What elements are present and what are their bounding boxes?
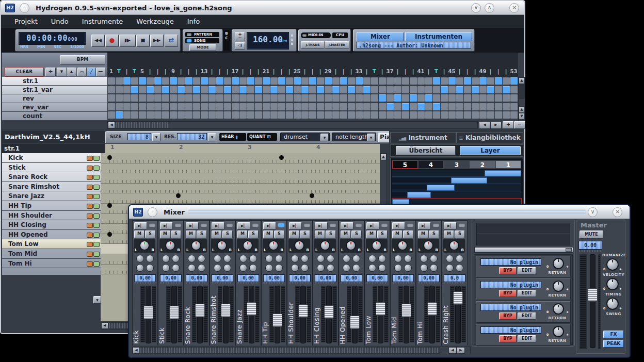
timeline-col-8[interactable]: | bbox=[162, 67, 169, 76]
channel-play-button[interactable]: ▶▏ bbox=[160, 222, 173, 229]
layer-row-2[interactable] bbox=[392, 177, 521, 184]
pattern-ruler[interactable]: 1 2 3 4 bbox=[105, 144, 380, 154]
fx-send-knob-4[interactable] bbox=[275, 264, 283, 272]
song-cell[interactable] bbox=[139, 94, 146, 102]
channel-play-button[interactable]: ▶▏ bbox=[186, 222, 199, 229]
solo-toggle[interactable] bbox=[93, 252, 100, 257]
song-cell[interactable] bbox=[239, 94, 247, 102]
fx-send-knob-2[interactable] bbox=[275, 255, 283, 262]
mute-toggle[interactable] bbox=[87, 194, 93, 199]
song-cell[interactable] bbox=[286, 103, 293, 110]
song-timeline-header[interactable]: 1T|T5|||9|||13|||17|||21|||25|||29|||33|… bbox=[107, 53, 518, 77]
song-cell[interactable] bbox=[232, 103, 239, 110]
zoom-in-button[interactable]: + bbox=[503, 121, 514, 129]
song-cell[interactable] bbox=[487, 111, 494, 119]
song-cell[interactable] bbox=[139, 103, 146, 110]
pan-knob[interactable] bbox=[294, 240, 304, 251]
pan-knob[interactable] bbox=[449, 240, 459, 251]
song-cell[interactable] bbox=[208, 77, 216, 85]
fx-send-knob-1[interactable] bbox=[265, 255, 273, 262]
channel-fader-handle[interactable] bbox=[247, 302, 256, 316]
song-cell[interactable] bbox=[278, 111, 285, 119]
song-cell[interactable] bbox=[402, 86, 409, 93]
song-cell[interactable] bbox=[356, 77, 363, 85]
fx-send-knob-2[interactable] bbox=[198, 255, 205, 262]
fx-send-knob-4[interactable] bbox=[430, 264, 438, 272]
song-cell[interactable] bbox=[224, 86, 231, 93]
song-cell[interactable] bbox=[208, 111, 216, 119]
fx-send-knob-1[interactable] bbox=[214, 255, 221, 262]
song-cell[interactable] bbox=[170, 77, 177, 85]
song-cell[interactable] bbox=[417, 103, 425, 110]
scroll-left-icon[interactable]: ◀ bbox=[448, 347, 457, 354]
song-cell[interactable] bbox=[294, 77, 301, 85]
song-cell[interactable] bbox=[317, 111, 324, 119]
pan-knob[interactable] bbox=[139, 240, 150, 251]
song-cell[interactable] bbox=[402, 103, 409, 110]
timeline-col-50[interactable]: | bbox=[487, 67, 494, 76]
song-cell[interactable] bbox=[495, 77, 502, 85]
timeline-col-16[interactable]: | bbox=[223, 67, 231, 76]
song-cell[interactable] bbox=[456, 86, 463, 93]
timeline-col-29[interactable]: 29 bbox=[324, 67, 332, 76]
song-cell[interactable] bbox=[332, 94, 340, 102]
instrument-row-hh-opened[interactable]: HH Opened bbox=[2, 230, 101, 240]
layer-velocity-bar[interactable] bbox=[485, 170, 521, 176]
song-cell[interactable] bbox=[371, 77, 378, 85]
song-cell[interactable] bbox=[193, 94, 200, 102]
song-cell[interactable] bbox=[456, 103, 463, 110]
layer-velocity-bar[interactable] bbox=[427, 185, 455, 191]
pan-knob[interactable] bbox=[423, 240, 433, 251]
song-cell[interactable] bbox=[224, 103, 231, 110]
song-cell[interactable] bbox=[340, 86, 347, 93]
song-cell[interactable] bbox=[247, 86, 254, 93]
fx-send-knob-3[interactable] bbox=[136, 264, 144, 272]
channel-play-button[interactable]: ▶▏ bbox=[263, 222, 276, 229]
song-cell[interactable] bbox=[472, 86, 479, 93]
song-cell[interactable] bbox=[185, 103, 192, 110]
play-pause-button[interactable]: ▮▶ bbox=[119, 35, 136, 47]
fx-send-knob-2[interactable] bbox=[223, 255, 231, 262]
song-cell[interactable] bbox=[464, 77, 471, 85]
song-cell[interactable] bbox=[255, 103, 262, 110]
channel-solo-button[interactable]: S bbox=[403, 231, 413, 238]
loop-button[interactable]: ⇄ bbox=[165, 35, 178, 47]
fx-return-knob[interactable] bbox=[553, 258, 564, 269]
main-titlebar[interactable]: H2 ◦ Hydrogen 0.9.5-svn-exported - love_… bbox=[1, 1, 524, 15]
song-cell[interactable] bbox=[472, 94, 479, 102]
song-cell[interactable] bbox=[503, 103, 510, 110]
pan-knob[interactable] bbox=[346, 240, 356, 251]
channel-fader-handle[interactable] bbox=[401, 304, 411, 317]
scroll-left-icon[interactable]: ◀ bbox=[108, 122, 115, 128]
timeline-col-36[interactable]: | bbox=[378, 67, 386, 76]
fx-send-knob-1[interactable] bbox=[291, 255, 299, 262]
song-cell[interactable] bbox=[464, 94, 471, 102]
song-cell[interactable] bbox=[387, 86, 394, 93]
song-cell[interactable] bbox=[108, 86, 115, 93]
song-cell[interactable] bbox=[325, 94, 332, 102]
timeline-col-2[interactable]: T bbox=[115, 67, 123, 76]
song-cell[interactable] bbox=[178, 86, 185, 93]
song-cell[interactable] bbox=[247, 77, 254, 85]
song-cell[interactable] bbox=[363, 77, 371, 85]
song-cell[interactable] bbox=[417, 94, 425, 102]
song-cell[interactable] bbox=[170, 86, 177, 93]
fx-send-knob-3[interactable] bbox=[446, 264, 454, 272]
timeline-col-31[interactable]: | bbox=[340, 67, 347, 76]
song-cell[interactable] bbox=[503, 94, 510, 102]
song-cell[interactable] bbox=[154, 86, 162, 93]
channel-fader-handle[interactable] bbox=[376, 302, 385, 316]
song-cell[interactable] bbox=[201, 111, 208, 119]
pattern-grid-row-kick[interactable] bbox=[101, 153, 380, 163]
channel-mute-button[interactable]: M bbox=[315, 231, 325, 238]
pattern-mode-row[interactable]: PATTERN bbox=[185, 32, 219, 37]
song-cell[interactable] bbox=[193, 86, 200, 93]
fx-send-knob-2[interactable] bbox=[378, 255, 386, 262]
song-cell[interactable] bbox=[278, 103, 285, 110]
timeline-col-11[interactable]: | bbox=[185, 67, 192, 76]
timeline-col-19[interactable]: | bbox=[247, 67, 254, 76]
song-cell[interactable] bbox=[510, 94, 518, 102]
timeline-col-7[interactable]: | bbox=[154, 67, 162, 76]
song-cell[interactable] bbox=[487, 94, 494, 102]
song-cell[interactable] bbox=[441, 86, 448, 93]
